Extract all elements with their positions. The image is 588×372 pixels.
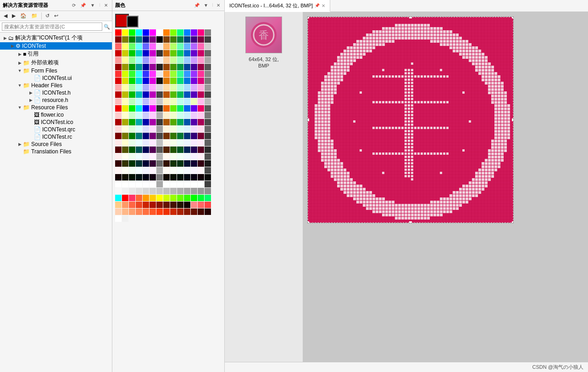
- sync-icon[interactable]: ⟳: [71, 2, 77, 8]
- refresh-button[interactable]: ↺: [44, 12, 51, 20]
- icontest-ui-label: ICONTest.ui: [42, 75, 72, 81]
- icontest-h-label: ICONTest.h: [42, 90, 71, 96]
- color-grid-area: [112, 11, 224, 372]
- icon-thumbnail-box: 香: [245, 17, 282, 53]
- tree-item-icontest-ui[interactable]: 📄 ICONTest.ui: [0, 74, 112, 82]
- form-files-label: Form Files: [31, 68, 57, 74]
- tree-item-icontest-rc[interactable]: 📄 ICONTest.rc: [0, 133, 112, 141]
- tab-close-icon[interactable]: ✕: [322, 3, 325, 8]
- pixel-canvas[interactable]: [307, 17, 514, 223]
- icontest-ui-icon: 📄: [34, 75, 41, 81]
- icontest-ico-icon: 🖼: [34, 119, 39, 125]
- back-button[interactable]: ◀: [2, 12, 9, 20]
- header-files-icon: 📁: [23, 82, 30, 89]
- tree-item-translation-files[interactable]: 📁 Translation Files: [0, 148, 112, 155]
- status-bar: CSDN @淘气の小狼人: [225, 362, 588, 372]
- project-label: ICONTest: [22, 43, 46, 49]
- undo-button[interactable]: ↩: [52, 12, 60, 20]
- tab-pin-icon[interactable]: 📌: [315, 3, 320, 8]
- solution-label: 解决方案"ICONTest"(1 个项: [15, 34, 83, 42]
- close-icon[interactable]: ✕: [103, 2, 109, 8]
- pin-unpin-icon[interactable]: 𝄄: [98, 2, 101, 9]
- tree-item-icontest-h[interactable]: ▶ 📄 ICONTest.h: [0, 89, 112, 96]
- translation-files-icon: 📁: [23, 148, 30, 155]
- solution-explorer-panel: 解决方案资源管理器 ⟳ 📌 ▼ 𝄄 ✕ ◀ ▶ 🏠 📁 ↺ ↩ 🔍: [0, 0, 112, 372]
- arrow-icon[interactable]: ▼: [89, 2, 96, 8]
- tree-item-form-files[interactable]: ▼ 📁 Form Files: [0, 67, 112, 74]
- references-icon: ■: [23, 51, 26, 57]
- icontest-rc-icon: 📄: [34, 134, 41, 140]
- editor-content: 香 64x64, 32 位,BMP: [225, 12, 588, 362]
- tree-item-icontest-qrc[interactable]: 📄 ICONTest.qrc: [0, 126, 112, 133]
- arrow-solution[interactable]: ▶: [2, 36, 8, 40]
- color-close-icon[interactable]: ✕: [215, 2, 222, 9]
- solution-icon: 🗂: [8, 35, 14, 41]
- icontest-qrc-label: ICONTest.qrc: [42, 126, 75, 133]
- forward-button[interactable]: ▶: [10, 12, 17, 20]
- tab-bar: ICONTest.ico - I...64x64, 32 位, BMP] 📌 ✕: [225, 0, 588, 12]
- external-deps-icon: 📁: [23, 60, 30, 66]
- home-button[interactable]: 🏠: [18, 12, 28, 20]
- search-bar: 🔍: [0, 21, 112, 33]
- header-files-label: Header Files: [31, 82, 62, 89]
- arrow-external-deps[interactable]: ▶: [17, 61, 23, 65]
- color-pin-icon[interactable]: 📌: [193, 2, 201, 9]
- arrow-source-files[interactable]: ▶: [17, 142, 23, 147]
- icontest-h-icon: 📄: [34, 90, 41, 96]
- arrow-header-files[interactable]: ▼: [17, 83, 23, 88]
- background-swatch[interactable]: [127, 16, 139, 28]
- color-arrow-icon[interactable]: ▼: [202, 2, 210, 9]
- tree-container: ▶ 🗂 解决方案"ICONTest"(1 个项 ▶ ⚙ ICONTest ▶ ■…: [0, 33, 112, 372]
- canvas-area[interactable]: [303, 12, 588, 362]
- flower-ico-label: flower.ico: [41, 112, 64, 118]
- arrow-project[interactable]: ▶: [9, 44, 16, 48]
- separator-1: [41, 12, 42, 20]
- icontest-rc-label: ICONTest.rc: [42, 134, 72, 140]
- title-icons: ⟳ 📌 ▼ 𝄄 ✕: [71, 2, 109, 9]
- editor-area: ICONTest.ico - I...64x64, 32 位, BMP] 📌 ✕…: [225, 0, 588, 372]
- arrow-icontest-h[interactable]: ▶: [28, 90, 34, 95]
- project-icon: ⚙: [16, 43, 21, 49]
- icon-svg-preview: 香: [250, 21, 277, 49]
- source-files-icon: 📁: [23, 141, 30, 147]
- icontest-ico-label: ICONTest.ico: [41, 119, 73, 125]
- source-files-label: Source Files: [31, 141, 62, 147]
- folder-button[interactable]: 📁: [29, 12, 39, 20]
- watermark-text: CSDN @淘气の小狼人: [533, 364, 583, 371]
- resource-files-label: Resource Files: [31, 104, 68, 111]
- icon-info-label: 64x64, 32 位,BMP: [249, 56, 278, 68]
- color-panel: 颜色 📌 ▼ 𝄄 ✕: [112, 0, 225, 372]
- arrow-resource-files[interactable]: ▼: [17, 105, 23, 110]
- tree-item-source-files[interactable]: ▶ 📁 Source Files: [0, 141, 112, 148]
- tree-item-external-deps[interactable]: ▶ 📁 外部依赖项: [0, 58, 112, 67]
- search-input[interactable]: [2, 23, 102, 31]
- resource-files-icon: 📁: [23, 104, 30, 111]
- flower-ico-icon: 🖼: [34, 112, 39, 118]
- explorer-toolbar: ◀ ▶ 🏠 📁 ↺ ↩: [0, 11, 112, 21]
- color-unpin-icon[interactable]: 𝄄: [211, 2, 214, 9]
- tree-item-header-files[interactable]: ▼ 📁 Header Files: [0, 82, 112, 89]
- tree-item-flower-ico[interactable]: 🖼 flower.ico: [0, 111, 112, 118]
- references-label: 引用: [28, 50, 39, 58]
- tree-item-resource-files[interactable]: ▼ 📁 Resource Files: [0, 104, 112, 111]
- arrow-form-files[interactable]: ▼: [17, 68, 23, 73]
- editor-tab-icontest[interactable]: ICONTest.ico - I...64x64, 32 位, BMP] 📌 ✕: [225, 0, 330, 12]
- tree-item-references[interactable]: ▶ ■ 引用: [0, 50, 112, 58]
- tree-item-icontest-ico[interactable]: 🖼 ICONTest.ico: [0, 118, 112, 126]
- tree-item-project[interactable]: ▶ ⚙ ICONTest: [0, 42, 112, 50]
- solution-explorer-title-bar: 解决方案资源管理器 ⟳ 📌 ▼ 𝄄 ✕: [0, 0, 112, 11]
- search-icon: 🔍: [104, 24, 110, 30]
- color-palette-canvas[interactable]: [115, 29, 211, 222]
- resource-h-label: resource.h: [42, 97, 68, 103]
- arrow-resource-h[interactable]: ▶: [28, 98, 34, 102]
- tree-item-resource-h[interactable]: ▶ 📄 resource.h: [0, 96, 112, 104]
- color-panel-title-bar: 颜色 📌 ▼ 𝄄 ✕: [112, 0, 224, 11]
- tree-item-solution[interactable]: ▶ 🗂 解决方案"ICONTest"(1 个项: [0, 34, 112, 42]
- main-layout: 解决方案资源管理器 ⟳ 📌 ▼ 𝄄 ✕ ◀ ▶ 🏠 📁 ↺ ↩ 🔍: [0, 0, 588, 372]
- pin-icon[interactable]: 📌: [79, 2, 87, 8]
- color-panel-title-text: 颜色: [115, 2, 125, 9]
- external-deps-label: 外部依赖项: [31, 59, 59, 67]
- svg-text:香: 香: [259, 29, 269, 41]
- form-files-icon: 📁: [23, 68, 30, 74]
- arrow-references[interactable]: ▶: [17, 52, 23, 56]
